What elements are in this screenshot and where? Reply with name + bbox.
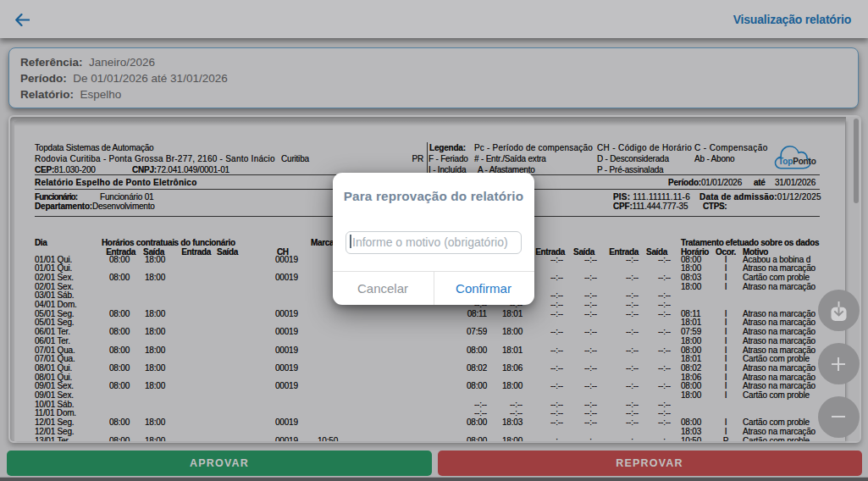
svg-text:TopPonto: TopPonto	[778, 157, 816, 166]
